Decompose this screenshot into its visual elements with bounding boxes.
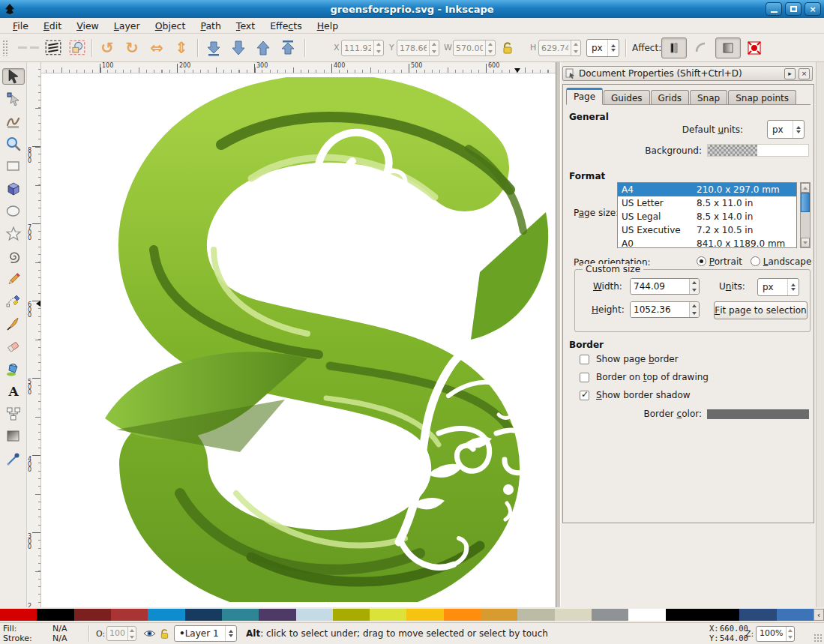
page-size-scrollbar[interactable] xyxy=(800,182,811,248)
default-units-select[interactable]: px xyxy=(767,120,805,139)
menu-view[interactable]: View xyxy=(70,19,106,33)
bounding-box-icon[interactable] xyxy=(744,37,765,58)
custom-height-field[interactable] xyxy=(630,301,700,318)
menu-effects[interactable]: Effects xyxy=(263,19,309,33)
tool-selector[interactable] xyxy=(2,68,25,85)
y-field[interactable] xyxy=(397,40,439,56)
fit-page-button[interactable]: Fit page to selection xyxy=(714,301,808,319)
palette-swatch[interactable] xyxy=(333,609,370,621)
landscape-radio[interactable]: Landscape xyxy=(751,256,811,267)
palette-swatch[interactable] xyxy=(0,609,37,621)
raise-icon[interactable] xyxy=(252,37,274,59)
page-size-row[interactable]: US Legal8.5 x 14.0 in xyxy=(618,210,796,223)
tool-connector[interactable] xyxy=(2,406,25,422)
palette-swatch[interactable] xyxy=(406,609,443,621)
page-size-list[interactable]: A4210.0 x 297.0 mm US Letter8.5 x 11.0 i… xyxy=(617,182,797,248)
rotate-cw-icon[interactable]: ↻ xyxy=(121,37,143,59)
lower-to-bottom-icon[interactable] xyxy=(202,37,225,59)
palette-swatch[interactable] xyxy=(628,609,665,621)
menu-text[interactable]: Text xyxy=(229,19,262,33)
palette-scroll-icon[interactable]: ‹ xyxy=(814,609,824,621)
tool-star[interactable] xyxy=(2,226,25,242)
background-color-swatch[interactable] xyxy=(707,144,809,157)
palette-swatch[interactable] xyxy=(222,609,259,621)
panel-close-icon[interactable]: × xyxy=(799,68,810,79)
palette-swatch[interactable] xyxy=(148,609,184,621)
flip-horizontal-icon[interactable]: ⇔ xyxy=(145,37,168,59)
scroll-down-icon[interactable] xyxy=(801,238,810,247)
tool-pencil[interactable] xyxy=(2,271,25,287)
page-size-row[interactable]: US Executive7.2 x 10.5 in xyxy=(618,223,796,237)
drawing-canvas[interactable] xyxy=(41,73,556,607)
tool-3d-box[interactable] xyxy=(2,181,25,197)
tool-paint-bucket[interactable] xyxy=(2,361,25,377)
page-size-row[interactable]: US Letter8.5 x 11.0 in xyxy=(618,196,796,210)
layer-lock-icon[interactable] xyxy=(157,627,171,640)
menu-help[interactable]: Help xyxy=(310,19,346,33)
border-on-top-checkbox[interactable] xyxy=(580,373,589,382)
toolbar-units-select[interactable]: px xyxy=(586,39,619,57)
fill-stroke-indicator[interactable]: Fill:N/A Stroke:N/A xyxy=(3,624,75,643)
vertical-ruler[interactable]: 800 700 600 500 400 300 200 xyxy=(27,62,41,607)
tool-gradient[interactable] xyxy=(2,428,25,445)
select-all-layers-icon[interactable] xyxy=(66,37,88,59)
x-field[interactable] xyxy=(341,40,384,56)
palette-swatch[interactable] xyxy=(74,609,111,621)
tool-ellipse[interactable] xyxy=(2,203,25,220)
custom-width-field[interactable] xyxy=(630,278,700,295)
layer-visibility-eye-icon[interactable] xyxy=(142,627,156,640)
flip-vertical-icon[interactable]: ⇕ xyxy=(170,37,193,59)
tool-spiral[interactable] xyxy=(2,248,25,265)
menu-edit[interactable]: Edit xyxy=(37,19,68,33)
select-all-icon[interactable] xyxy=(42,37,64,59)
lock-ratio-icon[interactable] xyxy=(499,37,516,59)
tool-rectangle[interactable] xyxy=(2,158,25,175)
menu-layer[interactable]: Layer xyxy=(107,19,147,33)
minimize-button[interactable] xyxy=(766,2,782,16)
tab-snap-points[interactable]: Snap points xyxy=(728,90,796,104)
palette-swatch[interactable] xyxy=(666,609,703,621)
custom-units-select[interactable]: px xyxy=(757,278,799,296)
tool-tweak[interactable] xyxy=(2,113,25,130)
menu-object[interactable]: Object xyxy=(148,19,193,33)
move-corners-toggle[interactable] xyxy=(690,37,712,58)
palette-swatch[interactable] xyxy=(739,609,776,621)
portrait-radio[interactable]: Portrait xyxy=(697,256,742,267)
palette-swatch[interactable] xyxy=(703,609,739,621)
panel-divider[interactable] xyxy=(556,62,561,607)
page-size-row[interactable]: A4210.0 x 297.0 mm xyxy=(618,183,796,196)
palette-swatch[interactable] xyxy=(777,609,814,621)
tab-snap[interactable]: Snap xyxy=(690,90,727,104)
move-gradients-toggle[interactable] xyxy=(661,37,687,58)
lower-icon[interactable] xyxy=(227,37,250,59)
show-page-border-checkbox[interactable] xyxy=(580,355,589,364)
palette-swatch[interactable] xyxy=(259,609,295,621)
palette-swatch[interactable] xyxy=(296,609,333,621)
palette-swatch[interactable] xyxy=(481,609,517,621)
zoom-field[interactable]: 100% xyxy=(756,626,795,642)
palette-swatch[interactable] xyxy=(37,609,73,621)
palette-swatch[interactable] xyxy=(185,609,222,621)
close-button[interactable]: × xyxy=(805,2,821,16)
maximize-button[interactable] xyxy=(785,2,802,16)
palette-swatch[interactable] xyxy=(555,609,592,621)
tab-guides[interactable]: Guides xyxy=(604,90,650,104)
show-border-shadow-checkbox[interactable] xyxy=(580,391,589,400)
tool-eraser[interactable] xyxy=(2,338,25,355)
tool-bezier-pen[interactable] xyxy=(2,293,25,310)
toolbar-grip-handle[interactable] xyxy=(2,40,7,56)
horizontal-ruler[interactable]: 100 200 300 400 500 600 xyxy=(41,62,556,73)
menu-file[interactable]: File xyxy=(6,19,35,33)
menu-path[interactable]: Path xyxy=(193,19,227,33)
palette-swatch[interactable] xyxy=(444,609,481,621)
height-field[interactable] xyxy=(538,40,581,56)
palette-swatch[interactable] xyxy=(111,609,148,621)
palette-swatch[interactable] xyxy=(370,609,406,621)
tool-text[interactable]: A xyxy=(2,383,25,400)
layer-select[interactable]: •Layer 1 xyxy=(174,625,237,642)
page-size-row[interactable]: A0841.0 x 1189.0 mm xyxy=(618,237,796,248)
tool-zoom[interactable] xyxy=(2,136,25,152)
resize-grip[interactable] xyxy=(814,634,823,643)
rotate-ccw-icon[interactable]: ↺ xyxy=(96,37,118,59)
border-color-swatch[interactable] xyxy=(707,409,809,419)
